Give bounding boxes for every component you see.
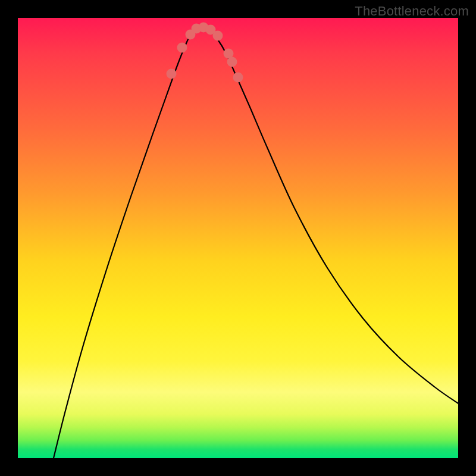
marker-dot: [233, 73, 243, 83]
curve-svg: [18, 18, 458, 458]
chart-frame: TheBottleneck.com: [0, 0, 476, 476]
plot-area: [18, 18, 458, 458]
curve-markers: [167, 23, 243, 83]
marker-dot: [213, 31, 223, 41]
bottleneck-curve: [54, 26, 458, 458]
marker-dot: [167, 69, 177, 79]
marker-dot: [177, 43, 187, 53]
marker-dot: [227, 57, 237, 67]
watermark-text: TheBottleneck.com: [355, 4, 469, 19]
